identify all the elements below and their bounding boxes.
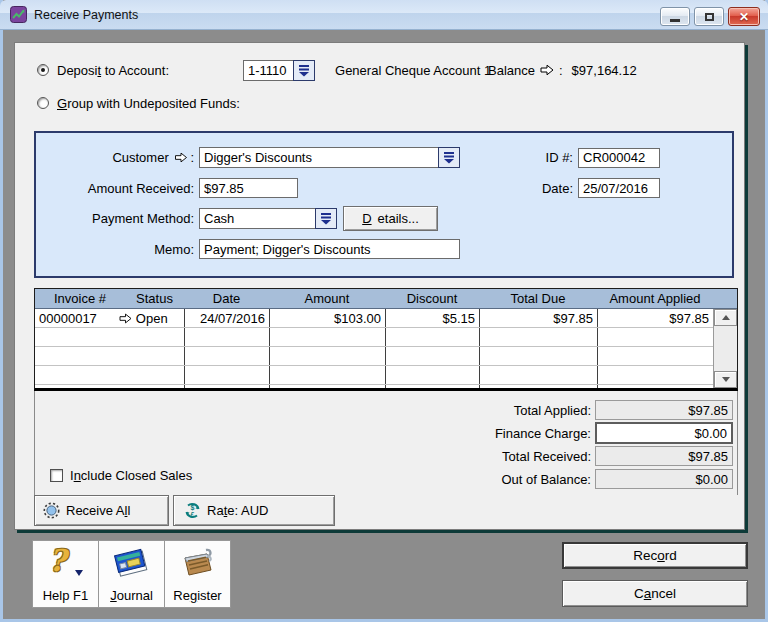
empty-row xyxy=(35,366,713,385)
invoice-number: 00000017 xyxy=(39,311,97,326)
svg-text:£: £ xyxy=(191,511,195,518)
list-icon xyxy=(443,151,455,164)
col-status[interactable]: Status xyxy=(125,291,184,306)
title-bar[interactable]: Receive Payments ✕ xyxy=(0,0,768,30)
window-controls: ✕ xyxy=(660,7,760,26)
account-list-button[interactable] xyxy=(293,60,315,81)
maximize-icon xyxy=(705,13,714,21)
journal-button[interactable]: Journal xyxy=(98,540,165,608)
undeposited-funds-row: Group with Undeposited Funds: xyxy=(37,93,240,113)
col-total-due[interactable]: Total Due xyxy=(479,291,597,306)
empty-cell xyxy=(35,328,184,346)
customer-combo[interactable]: Digger's Discounts xyxy=(199,147,460,168)
total-received-label: Total Received: xyxy=(35,449,595,464)
payment-method-field[interactable]: Cash xyxy=(199,208,315,229)
payment-method-combo[interactable]: Cash xyxy=(199,208,337,229)
customer-list-button[interactable] xyxy=(438,147,460,168)
date-field[interactable]: 25/07/2016 xyxy=(578,178,660,198)
invoice-table: Invoice # Status Date Amount Discount To… xyxy=(34,288,738,391)
close-icon: ✕ xyxy=(739,11,749,23)
minimize-icon xyxy=(670,19,680,22)
close-button[interactable]: ✕ xyxy=(728,7,760,26)
payment-method-row: Payment Method: Cash Details... xyxy=(36,208,732,229)
table-row[interactable]: 00000017 Open 24/07/2016 $103.00 $5.15 $… xyxy=(35,309,713,328)
cell-amount-applied[interactable]: $97.85 xyxy=(597,309,713,327)
table-header: Invoice # Status Date Amount Discount To… xyxy=(35,289,737,309)
balance-arrow-icon[interactable] xyxy=(540,64,554,76)
minimize-button[interactable] xyxy=(660,7,690,26)
finance-charge-label: Finance Charge: xyxy=(35,426,595,441)
id-field[interactable]: CR000042 xyxy=(578,148,660,168)
table-scrollbar[interactable] xyxy=(713,309,737,388)
customer-arrow-icon[interactable] xyxy=(174,152,188,163)
deposit-to-account-radio[interactable] xyxy=(37,64,49,76)
empty-row xyxy=(35,347,713,366)
empty-cell xyxy=(35,347,184,365)
empty-cell xyxy=(597,347,713,365)
customer-field[interactable]: Digger's Discounts xyxy=(199,147,438,168)
cell-discount: $5.15 xyxy=(385,309,479,327)
rate-button[interactable]: $ £ Rate: AUD xyxy=(173,495,335,526)
finance-charge-row: Finance Charge: $0.00 xyxy=(35,422,737,444)
scroll-up-button[interactable] xyxy=(714,309,737,326)
group-undeposited-radio[interactable] xyxy=(37,97,49,109)
empty-cell xyxy=(184,328,269,346)
help-icon: ? xyxy=(49,546,83,576)
status-arrow-icon[interactable] xyxy=(119,313,132,324)
list-icon xyxy=(320,212,332,225)
amount-received-field[interactable]: $97.85 xyxy=(199,178,298,198)
col-discount[interactable]: Discount xyxy=(385,291,479,306)
help-button[interactable]: ? Help F1 xyxy=(32,540,99,608)
date-label: Date: xyxy=(476,181,573,196)
details-button[interactable]: Details... xyxy=(343,206,438,231)
empty-row xyxy=(35,328,713,347)
include-closed-sales-checkbox[interactable] xyxy=(50,469,63,482)
main-panel: Deposit to Account: 1-1110 General Chequ… xyxy=(14,42,745,530)
help-label: Help F1 xyxy=(43,588,89,603)
register-button[interactable]: Register xyxy=(164,540,231,608)
include-closed-sales-label: Include Closed Sales xyxy=(70,468,192,483)
account-combo[interactable]: 1-1110 xyxy=(243,60,315,81)
empty-cell xyxy=(385,328,479,346)
cancel-button[interactable]: Cancel xyxy=(562,580,748,607)
empty-cell xyxy=(269,385,385,388)
app-icon xyxy=(10,6,27,23)
empty-cell xyxy=(269,366,385,384)
total-applied-field: $97.85 xyxy=(595,400,733,420)
amount-row: Amount Received: $97.85 Date: 25/07/2016 xyxy=(36,178,732,198)
payment-method-list-button[interactable] xyxy=(315,208,337,229)
scroll-down-icon xyxy=(722,377,730,382)
total-applied-row: Total Applied: $97.85 xyxy=(35,400,737,420)
payment-details-section: Customer : Digger's Discounts xyxy=(34,131,734,278)
rate-label: Rate: AUD xyxy=(207,503,268,518)
record-button[interactable]: Record xyxy=(562,542,748,569)
footer-toolbar: ? Help F1 Journal xyxy=(33,540,231,608)
memo-field[interactable]: Payment; Digger's Discounts xyxy=(199,239,460,259)
customer-label: Customer : xyxy=(36,150,194,165)
cell-total-due: $97.85 xyxy=(479,309,597,327)
memo-row: Memo: Payment; Digger's Discounts xyxy=(36,239,732,259)
include-closed-sales-row: Include Closed Sales xyxy=(50,468,192,483)
col-invoice[interactable]: Invoice # xyxy=(35,291,125,306)
register-label: Register xyxy=(173,588,221,603)
col-date[interactable]: Date xyxy=(184,291,269,306)
empty-cell xyxy=(184,385,269,388)
scroll-down-button[interactable] xyxy=(714,371,737,388)
maximize-button[interactable] xyxy=(694,7,724,26)
empty-cell xyxy=(184,366,269,384)
table-body: 00000017 Open 24/07/2016 $103.00 $5.15 $… xyxy=(35,309,737,388)
memo-label: Memo: xyxy=(36,242,194,257)
empty-cell xyxy=(597,366,713,384)
col-amount[interactable]: Amount xyxy=(269,291,385,306)
group-undeposited-label: Group with Undeposited Funds: xyxy=(57,96,240,111)
receive-all-button[interactable]: Receive All xyxy=(34,495,169,526)
customer-row: Customer : Digger's Discounts xyxy=(36,147,732,168)
cell-amount: $103.00 xyxy=(269,309,385,327)
total-applied-label: Total Applied: xyxy=(35,403,595,418)
col-amount-applied[interactable]: Amount Applied xyxy=(597,291,713,306)
empty-cell xyxy=(35,385,184,388)
empty-cell xyxy=(597,328,713,346)
account-code-field[interactable]: 1-1110 xyxy=(243,60,293,81)
balance-colon: : xyxy=(559,63,563,78)
finance-charge-field[interactable]: $0.00 xyxy=(595,422,733,444)
